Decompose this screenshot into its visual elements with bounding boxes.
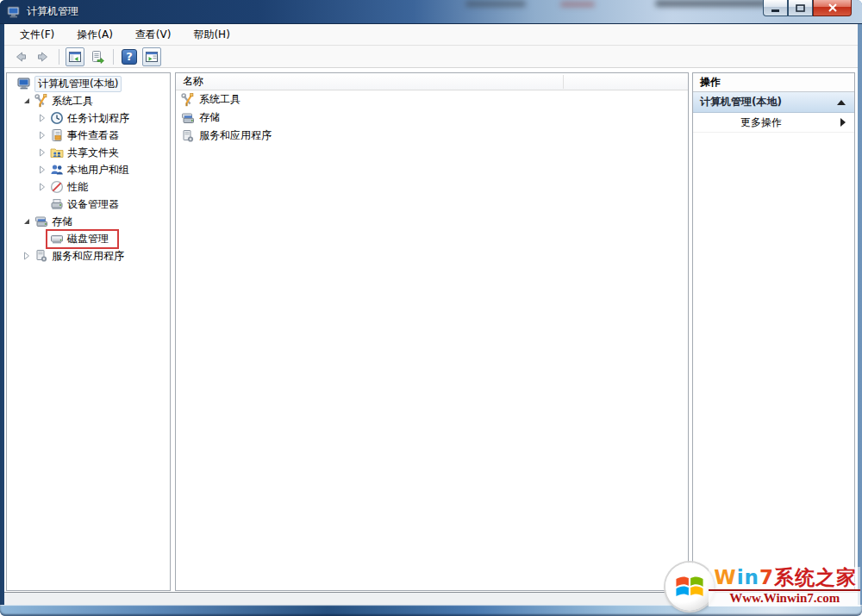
- menu-file[interactable]: 文件(F): [11, 25, 63, 45]
- minimize-button[interactable]: [763, 0, 788, 16]
- shared-folder-icon: [50, 146, 64, 159]
- toolbar-separator: [113, 49, 114, 65]
- storage-icon: [34, 215, 48, 228]
- toolbar-separator: [59, 49, 59, 65]
- tree-item-task-scheduler[interactable]: 任务计划程序: [7, 109, 170, 127]
- menu-bar: 文件(F) 操作(A) 查看(V) 帮助(H): [4, 24, 858, 46]
- minimize-icon: [771, 4, 780, 12]
- export-list-icon: [91, 50, 104, 64]
- close-button[interactable]: [813, 0, 852, 16]
- expander-collapsed-icon[interactable]: [38, 114, 47, 122]
- expander-collapsed-icon[interactable]: [38, 131, 47, 140]
- tree-item-label: 计算机管理(本地): [34, 76, 122, 92]
- list-item-system-tools[interactable]: 系统工具: [176, 90, 688, 109]
- title-bar: 计算机管理: [0, 0, 862, 24]
- event-viewer-icon: [50, 128, 64, 142]
- more-actions-item[interactable]: 更多操作: [693, 113, 854, 133]
- list-header-row: 名称: [176, 73, 688, 90]
- windows-flag-icon: [665, 563, 714, 611]
- performance-icon: [50, 180, 64, 194]
- tree-item-label: 本地用户和组: [67, 163, 129, 177]
- list-item-label: 服务和应用程序: [199, 128, 272, 143]
- expander-expanded-icon[interactable]: [22, 217, 31, 226]
- tree-item-label: 性能: [67, 180, 88, 195]
- tree-item-storage[interactable]: 存储: [7, 213, 170, 230]
- column-header-name[interactable]: 名称: [176, 74, 203, 89]
- tree-item-label: 事件查看器: [67, 128, 119, 143]
- tree-item-shared-folders[interactable]: 共享文件夹: [7, 144, 170, 161]
- menu-view[interactable]: 查看(V): [127, 25, 180, 45]
- tree-item-local-users-groups[interactable]: 本地用户和组: [7, 161, 170, 178]
- tree-item-computer-management[interactable]: 计算机管理(本地): [7, 75, 170, 92]
- export-list-button[interactable]: [88, 47, 107, 66]
- watermark-letter: 7: [759, 566, 774, 588]
- tools-icon: [181, 93, 195, 107]
- watermark-brand-suffix: 系统之家: [774, 566, 857, 588]
- computer-management-window: 计算机管理 文件(F) 操作(A) 查看(V) 帮助(H): [0, 0, 862, 616]
- more-actions-label: 更多操作: [740, 115, 782, 130]
- actions-group-header[interactable]: 计算机管理(本地): [693, 92, 854, 113]
- close-icon: [828, 3, 837, 12]
- list-item-label: 存储: [199, 110, 220, 125]
- actions-pane-title: 操作: [693, 73, 854, 92]
- forward-arrow-icon: [36, 50, 50, 64]
- watermark-brand-text: Win7系统之家: [709, 567, 860, 591]
- watermark-letter: i: [737, 566, 745, 588]
- tree-item-event-viewer[interactable]: 事件查看器: [7, 127, 170, 144]
- disk-icon: [50, 232, 64, 246]
- clock-icon: [50, 111, 64, 125]
- console-window-icon: [68, 50, 82, 64]
- maximize-button[interactable]: [788, 0, 813, 16]
- expander-expanded-icon[interactable]: [22, 96, 31, 105]
- actions-pane: 操作 计算机管理(本地) 更多操作: [692, 72, 855, 591]
- red-annotation-box: 磁盘管理: [46, 229, 119, 249]
- tree-item-label: 服务和应用程序: [52, 249, 124, 264]
- tree-item-label: 任务计划程序: [67, 111, 129, 126]
- tree-item-device-manager[interactable]: 设备管理器: [7, 196, 170, 213]
- computer-icon: [17, 77, 31, 90]
- toolbar: ?: [4, 46, 858, 68]
- tools-icon: [34, 94, 48, 108]
- users-icon: [50, 163, 64, 177]
- window-controls: [763, 0, 852, 16]
- help-icon: ?: [122, 49, 137, 65]
- tree-item-performance[interactable]: 性能: [7, 178, 170, 196]
- list-item-services-applications[interactable]: 服务和应用程序: [176, 127, 688, 145]
- expander-collapsed-icon[interactable]: [38, 183, 47, 191]
- maximize-icon: [796, 4, 805, 12]
- watermark-url: Www.Winwin7.com: [709, 591, 860, 607]
- actions-group-label: 计算机管理(本地): [700, 95, 782, 109]
- expander-collapsed-icon[interactable]: [38, 165, 47, 174]
- expander-collapsed-icon[interactable]: [38, 148, 47, 157]
- aero-glass-smudge: [560, 2, 595, 7]
- back-button[interactable]: [11, 47, 30, 66]
- help-button[interactable]: ?: [120, 47, 139, 66]
- tree-item-label: 存储: [52, 215, 72, 229]
- tree-item-services-applications[interactable]: 服务和应用程序: [7, 247, 170, 264]
- console-tree-pane: 计算机管理(本地) 系统工具 任务计划程序 事件查看器 共享文件夹 本地用户和组: [6, 72, 171, 591]
- collapse-arrow-icon[interactable]: [837, 100, 846, 105]
- services-icon: [34, 249, 48, 263]
- column-divider[interactable]: [563, 75, 564, 89]
- forward-button[interactable]: [34, 47, 53, 66]
- back-arrow-icon: [14, 50, 28, 64]
- services-icon: [181, 129, 195, 143]
- watermark-letter: W: [714, 566, 736, 588]
- device-manager-icon: [50, 197, 64, 211]
- tree-item-disk-management[interactable]: 磁盘管理: [7, 230, 170, 247]
- show-console-tree-button[interactable]: [142, 47, 161, 66]
- show-tree-icon: [145, 50, 159, 64]
- aero-glass-smudge: [655, 0, 767, 7]
- list-item-label: 系统工具: [199, 92, 240, 107]
- app-computer-icon: [7, 5, 21, 19]
- winwin7-watermark: Win7系统之家 Www.Winwin7.com: [665, 563, 860, 611]
- tree-item-label: 共享文件夹: [67, 146, 119, 160]
- menu-action[interactable]: 操作(A): [68, 25, 122, 45]
- menu-help[interactable]: 帮助(H): [184, 25, 238, 45]
- expander-collapsed-icon[interactable]: [22, 252, 31, 260]
- window-title: 计算机管理: [27, 4, 78, 19]
- list-item-storage[interactable]: 存储: [176, 109, 688, 127]
- console-root-button[interactable]: [66, 47, 84, 66]
- tree-item-system-tools[interactable]: 系统工具: [7, 92, 170, 109]
- aero-glass-smudge: [465, 1, 526, 7]
